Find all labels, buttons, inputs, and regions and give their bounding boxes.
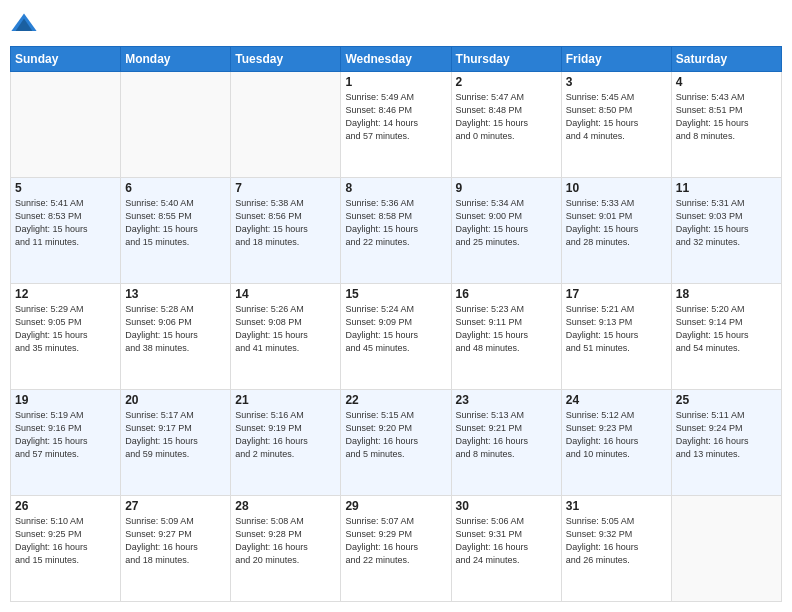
day-info: Sunrise: 5:26 AMSunset: 9:08 PMDaylight:… [235,303,336,355]
day-info: Sunrise: 5:29 AMSunset: 9:05 PMDaylight:… [15,303,116,355]
day-number: 28 [235,499,336,513]
header [10,10,782,38]
calendar-week-row: 1Sunrise: 5:49 AMSunset: 8:46 PMDaylight… [11,72,782,178]
day-info: Sunrise: 5:10 AMSunset: 9:25 PMDaylight:… [15,515,116,567]
calendar-cell: 22Sunrise: 5:15 AMSunset: 9:20 PMDayligh… [341,390,451,496]
day-info: Sunrise: 5:28 AMSunset: 9:06 PMDaylight:… [125,303,226,355]
day-number: 29 [345,499,446,513]
day-headers-row: SundayMondayTuesdayWednesdayThursdayFrid… [11,47,782,72]
calendar-week-row: 12Sunrise: 5:29 AMSunset: 9:05 PMDayligh… [11,284,782,390]
day-info: Sunrise: 5:06 AMSunset: 9:31 PMDaylight:… [456,515,557,567]
day-header-tuesday: Tuesday [231,47,341,72]
day-number: 12 [15,287,116,301]
day-number: 2 [456,75,557,89]
day-info: Sunrise: 5:47 AMSunset: 8:48 PMDaylight:… [456,91,557,143]
calendar-cell: 12Sunrise: 5:29 AMSunset: 9:05 PMDayligh… [11,284,121,390]
calendar-cell: 3Sunrise: 5:45 AMSunset: 8:50 PMDaylight… [561,72,671,178]
day-header-sunday: Sunday [11,47,121,72]
day-info: Sunrise: 5:49 AMSunset: 8:46 PMDaylight:… [345,91,446,143]
day-number: 3 [566,75,667,89]
calendar-cell: 30Sunrise: 5:06 AMSunset: 9:31 PMDayligh… [451,496,561,602]
calendar-cell: 17Sunrise: 5:21 AMSunset: 9:13 PMDayligh… [561,284,671,390]
day-number: 21 [235,393,336,407]
calendar-cell: 7Sunrise: 5:38 AMSunset: 8:56 PMDaylight… [231,178,341,284]
day-number: 19 [15,393,116,407]
calendar-table: SundayMondayTuesdayWednesdayThursdayFrid… [10,46,782,602]
day-number: 26 [15,499,116,513]
calendar-cell: 11Sunrise: 5:31 AMSunset: 9:03 PMDayligh… [671,178,781,284]
calendar-cell: 29Sunrise: 5:07 AMSunset: 9:29 PMDayligh… [341,496,451,602]
calendar-cell: 2Sunrise: 5:47 AMSunset: 8:48 PMDaylight… [451,72,561,178]
day-number: 4 [676,75,777,89]
day-info: Sunrise: 5:08 AMSunset: 9:28 PMDaylight:… [235,515,336,567]
calendar-cell: 1Sunrise: 5:49 AMSunset: 8:46 PMDaylight… [341,72,451,178]
day-number: 14 [235,287,336,301]
day-number: 31 [566,499,667,513]
calendar-week-row: 5Sunrise: 5:41 AMSunset: 8:53 PMDaylight… [11,178,782,284]
day-info: Sunrise: 5:23 AMSunset: 9:11 PMDaylight:… [456,303,557,355]
day-number: 23 [456,393,557,407]
day-info: Sunrise: 5:13 AMSunset: 9:21 PMDaylight:… [456,409,557,461]
calendar-cell: 27Sunrise: 5:09 AMSunset: 9:27 PMDayligh… [121,496,231,602]
day-header-thursday: Thursday [451,47,561,72]
logo [10,10,42,38]
day-info: Sunrise: 5:19 AMSunset: 9:16 PMDaylight:… [15,409,116,461]
day-info: Sunrise: 5:09 AMSunset: 9:27 PMDaylight:… [125,515,226,567]
day-number: 24 [566,393,667,407]
calendar-cell: 20Sunrise: 5:17 AMSunset: 9:17 PMDayligh… [121,390,231,496]
calendar-cell: 26Sunrise: 5:10 AMSunset: 9:25 PMDayligh… [11,496,121,602]
calendar-cell: 15Sunrise: 5:24 AMSunset: 9:09 PMDayligh… [341,284,451,390]
day-info: Sunrise: 5:17 AMSunset: 9:17 PMDaylight:… [125,409,226,461]
day-info: Sunrise: 5:21 AMSunset: 9:13 PMDaylight:… [566,303,667,355]
day-info: Sunrise: 5:07 AMSunset: 9:29 PMDaylight:… [345,515,446,567]
day-info: Sunrise: 5:12 AMSunset: 9:23 PMDaylight:… [566,409,667,461]
day-number: 30 [456,499,557,513]
calendar-cell: 5Sunrise: 5:41 AMSunset: 8:53 PMDaylight… [11,178,121,284]
day-info: Sunrise: 5:33 AMSunset: 9:01 PMDaylight:… [566,197,667,249]
calendar-cell: 8Sunrise: 5:36 AMSunset: 8:58 PMDaylight… [341,178,451,284]
day-number: 11 [676,181,777,195]
calendar-body: 1Sunrise: 5:49 AMSunset: 8:46 PMDaylight… [11,72,782,602]
day-number: 7 [235,181,336,195]
day-info: Sunrise: 5:34 AMSunset: 9:00 PMDaylight:… [456,197,557,249]
day-info: Sunrise: 5:20 AMSunset: 9:14 PMDaylight:… [676,303,777,355]
calendar-cell [231,72,341,178]
calendar-cell: 14Sunrise: 5:26 AMSunset: 9:08 PMDayligh… [231,284,341,390]
calendar-cell: 18Sunrise: 5:20 AMSunset: 9:14 PMDayligh… [671,284,781,390]
day-number: 9 [456,181,557,195]
day-header-monday: Monday [121,47,231,72]
calendar-week-row: 26Sunrise: 5:10 AMSunset: 9:25 PMDayligh… [11,496,782,602]
day-number: 22 [345,393,446,407]
calendar-header: SundayMondayTuesdayWednesdayThursdayFrid… [11,47,782,72]
day-info: Sunrise: 5:05 AMSunset: 9:32 PMDaylight:… [566,515,667,567]
day-header-friday: Friday [561,47,671,72]
calendar-cell: 16Sunrise: 5:23 AMSunset: 9:11 PMDayligh… [451,284,561,390]
calendar-cell: 28Sunrise: 5:08 AMSunset: 9:28 PMDayligh… [231,496,341,602]
day-info: Sunrise: 5:16 AMSunset: 9:19 PMDaylight:… [235,409,336,461]
day-number: 13 [125,287,226,301]
day-header-wednesday: Wednesday [341,47,451,72]
calendar-cell: 4Sunrise: 5:43 AMSunset: 8:51 PMDaylight… [671,72,781,178]
calendar-cell: 21Sunrise: 5:16 AMSunset: 9:19 PMDayligh… [231,390,341,496]
page: SundayMondayTuesdayWednesdayThursdayFrid… [0,0,792,612]
calendar-cell: 23Sunrise: 5:13 AMSunset: 9:21 PMDayligh… [451,390,561,496]
day-info: Sunrise: 5:36 AMSunset: 8:58 PMDaylight:… [345,197,446,249]
calendar-cell: 10Sunrise: 5:33 AMSunset: 9:01 PMDayligh… [561,178,671,284]
calendar-cell: 9Sunrise: 5:34 AMSunset: 9:00 PMDaylight… [451,178,561,284]
calendar-cell: 13Sunrise: 5:28 AMSunset: 9:06 PMDayligh… [121,284,231,390]
day-info: Sunrise: 5:11 AMSunset: 9:24 PMDaylight:… [676,409,777,461]
day-number: 1 [345,75,446,89]
day-number: 25 [676,393,777,407]
day-header-saturday: Saturday [671,47,781,72]
calendar-cell: 6Sunrise: 5:40 AMSunset: 8:55 PMDaylight… [121,178,231,284]
day-info: Sunrise: 5:41 AMSunset: 8:53 PMDaylight:… [15,197,116,249]
calendar-cell [11,72,121,178]
calendar-cell: 25Sunrise: 5:11 AMSunset: 9:24 PMDayligh… [671,390,781,496]
day-number: 6 [125,181,226,195]
day-info: Sunrise: 5:31 AMSunset: 9:03 PMDaylight:… [676,197,777,249]
calendar-cell: 19Sunrise: 5:19 AMSunset: 9:16 PMDayligh… [11,390,121,496]
day-number: 15 [345,287,446,301]
day-number: 18 [676,287,777,301]
day-info: Sunrise: 5:40 AMSunset: 8:55 PMDaylight:… [125,197,226,249]
day-number: 8 [345,181,446,195]
